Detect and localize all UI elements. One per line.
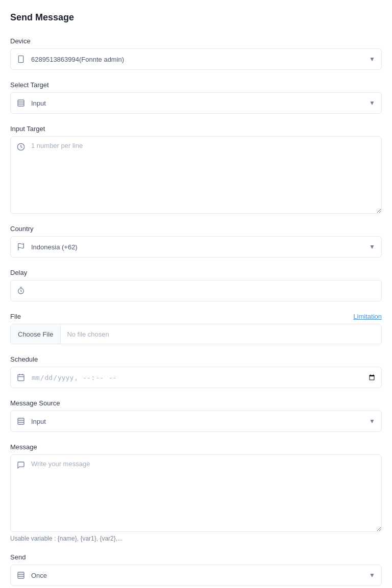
- svg-rect-2: [18, 100, 24, 106]
- country-chevron-icon: ▼: [363, 243, 381, 250]
- send-chevron-icon: ▼: [363, 572, 381, 579]
- device-chevron-icon: ▼: [363, 56, 381, 63]
- select-target-icon: [11, 93, 31, 113]
- delay-input[interactable]: 5: [31, 280, 381, 301]
- select-target-select[interactable]: Input: [31, 93, 363, 113]
- schedule-input[interactable]: [31, 367, 381, 388]
- send-select-icon: [11, 565, 31, 585]
- send-select[interactable]: Once: [31, 565, 363, 585]
- choose-file-button[interactable]: Choose File: [11, 324, 61, 344]
- file-chosen-text: No file chosen: [61, 330, 115, 338]
- svg-rect-12: [18, 418, 24, 424]
- message-hint: Usable variable : {name}, {var1}, {var2}…: [10, 535, 382, 542]
- timer-icon: [11, 280, 31, 301]
- limitation-link[interactable]: Limitation: [353, 313, 382, 320]
- device-label: Device: [10, 37, 382, 45]
- message-textarea[interactable]: [31, 455, 381, 531]
- message-group: Message Usable variable : {name}, {var1}…: [10, 443, 382, 542]
- country-label: Country: [10, 225, 382, 233]
- message-source-icon: [11, 411, 31, 431]
- device-group: Device 6289513863994(Fonnte admin) ▼: [10, 37, 382, 70]
- input-target-textarea[interactable]: [31, 137, 381, 213]
- input-target-group: Input Target: [10, 125, 382, 214]
- calendar-icon: [11, 367, 31, 388]
- page-title: Send Message: [10, 12, 382, 23]
- device-icon: [11, 49, 31, 69]
- send-input-wrapper: Once ▼: [10, 565, 382, 586]
- message-source-label: Message Source: [10, 399, 382, 407]
- message-source-chevron-icon: ▼: [363, 418, 381, 425]
- file-row: File Limitation: [10, 313, 382, 320]
- clock-icon: [11, 137, 31, 213]
- message-source-input-wrapper: Input ▼: [10, 411, 382, 432]
- delay-group: Delay 5: [10, 269, 382, 301]
- page-container: Send Message Device 6289513863994(Fonnte…: [0, 0, 392, 588]
- svg-rect-8: [18, 375, 24, 381]
- schedule-label: Schedule: [10, 355, 382, 363]
- input-target-textarea-wrapper: [10, 136, 382, 214]
- select-target-label: Select Target: [10, 81, 382, 89]
- select-target-group: Select Target Input ▼: [10, 81, 382, 114]
- send-group: Send Once ▼: [10, 553, 382, 586]
- select-target-input-wrapper: Input ▼: [10, 92, 382, 114]
- message-label: Message: [10, 443, 382, 451]
- country-select[interactable]: Indonesia (+62): [31, 237, 363, 257]
- country-input-wrapper: Indonesia (+62) ▼: [10, 236, 382, 258]
- delay-input-wrapper: 5: [10, 280, 382, 301]
- country-group: Country Indonesia (+62) ▼: [10, 225, 382, 258]
- file-input-wrapper: Choose File No file chosen: [10, 324, 382, 344]
- device-input-wrapper: 6289513863994(Fonnte admin) ▼: [10, 48, 382, 70]
- file-label: File: [10, 313, 21, 320]
- schedule-group: Schedule: [10, 355, 382, 388]
- svg-rect-15: [18, 572, 24, 578]
- send-label: Send: [10, 553, 382, 561]
- chat-icon: [11, 455, 31, 531]
- select-target-chevron-icon: ▼: [363, 99, 381, 107]
- schedule-input-wrapper: [10, 367, 382, 388]
- flag-icon: [11, 237, 31, 257]
- file-group: File Limitation Choose File No file chos…: [10, 313, 382, 344]
- delay-label: Delay: [10, 269, 382, 276]
- message-textarea-wrapper: [10, 454, 382, 532]
- message-source-group: Message Source Input ▼: [10, 399, 382, 432]
- input-target-label: Input Target: [10, 125, 382, 133]
- device-select[interactable]: 6289513863994(Fonnte admin): [31, 49, 363, 69]
- message-source-select[interactable]: Input: [31, 411, 363, 431]
